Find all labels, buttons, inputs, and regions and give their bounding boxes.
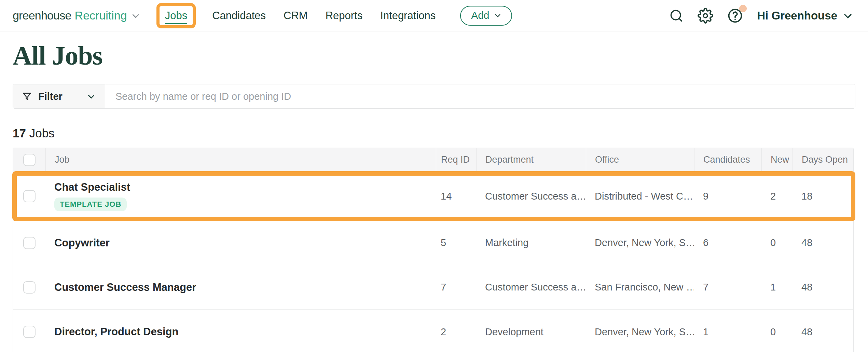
nav-tab-reports[interactable]: Reports: [326, 10, 363, 22]
top-navigation-bar: greenhouse Recruiting Jobs Candidates CR…: [0, 0, 868, 31]
table-header-row: Job Req ID Department Office Candidates …: [13, 148, 853, 172]
add-button[interactable]: Add: [460, 6, 512, 26]
filter-funnel-icon: [22, 91, 32, 101]
column-header-candidates[interactable]: Candidates: [694, 148, 761, 172]
table-row[interactable]: Copywriter 5 Marketing Denver, New York,…: [13, 221, 853, 265]
select-all-checkbox[interactable]: [23, 154, 36, 166]
table-row[interactable]: Chat Specialist TEMPLATE JOB 14 Customer…: [13, 172, 853, 221]
chevron-down-icon: [130, 11, 141, 21]
search-icon[interactable]: [669, 8, 684, 23]
jobs-count: 17 Jobs: [13, 126, 868, 140]
days-open-cell: 48: [793, 326, 853, 338]
column-header-req-id[interactable]: Req ID: [436, 148, 476, 172]
new-cell: 0: [761, 326, 793, 338]
office-cell: Denver, New York, S…: [586, 326, 694, 338]
req-id-cell: 14: [436, 191, 476, 202]
new-cell: 0: [761, 237, 793, 248]
nav-tab-crm[interactable]: CRM: [284, 10, 308, 22]
department-cell: Marketing: [476, 237, 586, 248]
column-header-new[interactable]: New: [761, 148, 793, 172]
department-cell: Customer Success a…: [476, 282, 586, 293]
template-job-badge: TEMPLATE JOB: [54, 198, 127, 211]
user-name: Hi Greenhouse: [757, 9, 837, 22]
nav-tab-candidates[interactable]: Candidates: [212, 10, 266, 22]
column-header-department[interactable]: Department: [476, 148, 586, 172]
jobs-count-number: 17: [13, 126, 26, 140]
table-row[interactable]: Customer Success Manager 7 Customer Succ…: [13, 265, 853, 310]
new-cell: 2: [761, 191, 793, 202]
nav-tab-integrations[interactable]: Integrations: [380, 10, 436, 22]
column-header-job[interactable]: Job: [45, 148, 436, 172]
logo-product-text: Recruiting: [75, 9, 127, 22]
office-cell: Distributed - West C…: [586, 191, 694, 202]
gear-icon[interactable]: [698, 8, 713, 24]
job-name-link[interactable]: Chat Specialist: [54, 181, 436, 193]
jobs-table: Job Req ID Department Office Candidates …: [13, 148, 854, 352]
table-row[interactable]: Director, Product Design 2 Development D…: [13, 310, 853, 352]
days-open-cell: 48: [793, 237, 853, 248]
nav-tab-jobs[interactable]: Jobs: [165, 10, 187, 24]
req-id-cell: 2: [436, 326, 476, 338]
row-checkbox[interactable]: [23, 237, 36, 249]
job-name-link[interactable]: Copywriter: [54, 237, 436, 249]
candidates-cell: 6: [694, 237, 761, 248]
filter-button[interactable]: Filter: [13, 84, 105, 108]
filter-button-label: Filter: [38, 91, 63, 102]
row-checkbox[interactable]: [23, 190, 36, 202]
add-button-label: Add: [471, 10, 489, 21]
main-nav: Jobs Candidates CRM Reports Integrations: [158, 3, 436, 28]
jobs-count-label: Jobs: [29, 126, 55, 140]
department-cell: Customer Success a…: [476, 191, 586, 202]
filter-bar: Filter: [13, 84, 855, 109]
candidates-cell: 9: [694, 191, 761, 202]
new-cell: 1: [761, 282, 793, 293]
chevron-down-icon: [494, 11, 502, 19]
notification-dot: [739, 5, 747, 12]
user-menu[interactable]: Hi Greenhouse: [757, 9, 854, 22]
row-checkbox[interactable]: [23, 281, 36, 294]
days-open-cell: 18: [793, 191, 853, 202]
chevron-down-icon: [842, 10, 854, 22]
page-title: All Jobs: [13, 40, 868, 72]
job-name-link[interactable]: Director, Product Design: [54, 326, 436, 338]
jobs-tab-annotation-box: Jobs: [156, 3, 196, 28]
help-icon[interactable]: [727, 8, 743, 24]
row-checkbox[interactable]: [23, 326, 36, 338]
logo-brand-text: greenhouse: [13, 9, 71, 22]
column-header-office[interactable]: Office: [586, 148, 694, 172]
candidates-cell: 1: [694, 326, 761, 338]
department-cell: Development: [476, 326, 586, 338]
office-cell: San Francisco, New …: [586, 282, 694, 293]
req-id-cell: 5: [436, 237, 476, 248]
app-logo[interactable]: greenhouse Recruiting: [13, 9, 141, 22]
search-input[interactable]: [105, 84, 855, 108]
candidates-cell: 7: [694, 282, 761, 293]
chevron-down-icon: [86, 92, 96, 101]
topbar-actions: Hi Greenhouse: [669, 8, 854, 24]
days-open-cell: 48: [793, 282, 853, 293]
req-id-cell: 7: [436, 282, 476, 293]
office-cell: Denver, New York, S…: [586, 237, 694, 248]
job-name-link[interactable]: Customer Success Manager: [54, 281, 436, 294]
column-header-days-open[interactable]: Days Open: [793, 148, 853, 172]
